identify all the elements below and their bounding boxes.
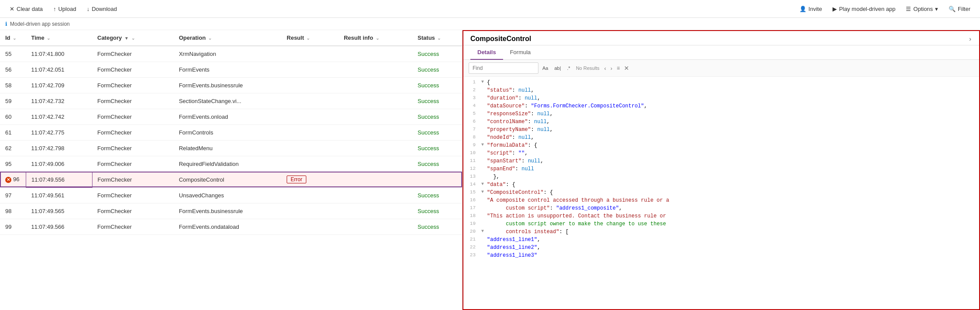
table-row[interactable]: ✕9611:07:49.556FormCheckerCompositeContr… (0, 172, 462, 187)
find-no-results: No Results (576, 65, 600, 71)
col-header-result[interactable]: Result ⌄ (281, 30, 339, 46)
code-line: 2"status": null, (463, 86, 979, 94)
col-header-status[interactable]: Status ⌄ (412, 30, 462, 46)
code-line: 16"A composite control accessed through … (463, 196, 979, 204)
col-header-category[interactable]: Category ▼ ⌄ (92, 30, 174, 46)
code-line: 20▼ controls instead": [ (463, 228, 979, 236)
col-header-id[interactable]: Id ⌄ (0, 30, 26, 46)
play-button[interactable]: ▶ Play model-driven app (828, 4, 900, 14)
right-panel: CompositeControl › Details Formula Aa ab… (463, 30, 980, 310)
right-panel-header: CompositeControl › (463, 31, 979, 45)
table-row[interactable]: 5611:07:42.051FormCheckerFormEventsSucce… (0, 62, 462, 77)
upload-button[interactable]: ↑ Upload (49, 4, 81, 14)
options-label: Options (913, 6, 933, 12)
table-row[interactable]: 6211:07:42.798FormCheckerRelatedMenuSucc… (0, 140, 462, 156)
filter-icon: 🔍 (949, 6, 956, 12)
code-line: 5"responseSize": null, (463, 110, 979, 118)
filter-label: Filter (958, 6, 970, 12)
code-line: 7"propertyName": null, (463, 126, 979, 134)
table-row[interactable]: 5911:07:42.732FormCheckerSectionStateCha… (0, 93, 462, 109)
find-next-button[interactable]: › (609, 65, 613, 72)
clear-icon: ✕ (10, 6, 14, 12)
col-header-resultinfo[interactable]: Result info ⌄ (339, 30, 412, 46)
table-row[interactable]: 5511:07:41.800FormCheckerXrmNavigationSu… (0, 46, 462, 62)
code-line: 6"controlName": null, (463, 118, 979, 126)
code-line: 17 custom script": "address1_composite", (463, 204, 979, 212)
find-wrap-button[interactable]: ≡ (615, 65, 621, 71)
find-prev-button[interactable]: ‹ (603, 65, 607, 72)
code-line: 22"address1_line2", (463, 244, 979, 251)
table-panel: Id ⌄ Time ⌄ Category ▼ ⌄ Operation ⌄ (0, 30, 463, 310)
table-row[interactable]: 6111:07:42.775FormCheckerFormControlsSuc… (0, 124, 462, 140)
session-bar: ℹ Model-driven app session (0, 18, 980, 30)
collapse-icon[interactable]: ▼ (479, 189, 486, 195)
toolbar: ✕ Clear data ↑ Upload ↓ Download 👤 Invit… (0, 0, 980, 18)
error-dot-icon: ✕ (5, 177, 11, 183)
download-button[interactable]: ↓ Download (82, 4, 121, 14)
code-area: 1▼{2"status": null,3"duration": null,4"d… (463, 77, 979, 309)
code-line: 21"address1_line1", (463, 236, 979, 244)
tab-details[interactable]: Details (470, 45, 503, 60)
code-line: 4"dataSource": "Forms.FormChecker.Compos… (463, 102, 979, 110)
find-close-button[interactable]: ✕ (623, 65, 630, 72)
options-icon: ☰ (906, 6, 911, 12)
info-icon: ℹ (5, 21, 7, 27)
collapse-icon[interactable]: ▼ (479, 79, 486, 85)
table-row[interactable]: 9811:07:49.565FormCheckerFormEvents.busi… (0, 203, 462, 219)
invite-label: Invite (809, 6, 822, 12)
right-panel-title: CompositeControl (470, 35, 531, 43)
find-bar: Aa ab| .* No Results ‹ › ≡ ✕ (463, 60, 979, 77)
sort-icon-time: ⌄ (47, 36, 50, 41)
upload-label: Upload (58, 6, 76, 12)
collapse-icon[interactable]: ▼ (479, 141, 486, 148)
tab-formula[interactable]: Formula (503, 45, 538, 60)
download-label: Download (92, 6, 117, 12)
col-header-operation[interactable]: Operation ⌄ (174, 30, 281, 46)
code-line: 13 }, (463, 173, 979, 181)
code-line: 14▼"data": { (463, 181, 979, 189)
filter-button[interactable]: 🔍 Filter (944, 4, 975, 14)
sort-icon-operation: ⌄ (208, 36, 212, 41)
case-sensitive-button[interactable]: Aa (540, 64, 550, 72)
code-line: 23"address1_line3" (463, 251, 979, 259)
top-right-actions: 👤 Invite ▶ Play model-driven app ☰ Optio… (790, 0, 980, 18)
table-row[interactable]: 9911:07:49.566FormCheckerFormEvents.onda… (0, 219, 462, 234)
options-button[interactable]: ☰ Options ▾ (901, 4, 942, 14)
table-header-row: Id ⌄ Time ⌄ Category ▼ ⌄ Operation ⌄ (0, 30, 462, 46)
code-line: 18"This action is unsupported. Contact t… (463, 212, 979, 220)
play-label: Play model-driven app (839, 6, 895, 12)
sort-icon-status: ⌄ (437, 36, 441, 41)
code-line: 15▼"CompositeControl": { (463, 189, 979, 196)
code-line: 12"spanEnd": null (463, 165, 979, 173)
code-line: 10"script": "", (463, 149, 979, 157)
find-input[interactable] (469, 62, 538, 74)
download-icon: ↓ (87, 6, 90, 12)
table-body: 5511:07:41.800FormCheckerXrmNavigationSu… (0, 46, 462, 234)
upload-icon: ↑ (53, 6, 56, 12)
collapse-icon[interactable]: ▼ (479, 228, 486, 234)
error-badge: Error (287, 176, 306, 183)
play-icon: ▶ (833, 6, 837, 12)
collapse-icon[interactable]: ▼ (479, 181, 486, 187)
table-row[interactable]: 5811:07:42.709FormCheckerFormEvents.busi… (0, 77, 462, 93)
sort-icon-id: ⌄ (13, 36, 16, 41)
code-line: 8"nodeId": null, (463, 134, 979, 141)
main-layout: Id ⌄ Time ⌄ Category ▼ ⌄ Operation ⌄ (0, 30, 980, 310)
table-row[interactable]: 6011:07:42.742FormCheckerFormEvents.onlo… (0, 109, 462, 124)
code-line: 9▼"formulaData": { (463, 141, 979, 149)
clear-data-button[interactable]: ✕ Clear data (5, 4, 47, 14)
table-row[interactable]: 9511:07:49.006FormCheckerRequiredFieldVa… (0, 156, 462, 172)
data-table: Id ⌄ Time ⌄ Category ▼ ⌄ Operation ⌄ (0, 30, 462, 235)
whole-word-button[interactable]: ab| (552, 64, 563, 72)
col-header-time[interactable]: Time ⌄ (26, 30, 92, 46)
regex-button[interactable]: .* (565, 64, 572, 72)
expand-button[interactable]: › (966, 34, 974, 43)
sort-icon-category: ⌄ (131, 36, 135, 41)
tabs: Details Formula (463, 45, 979, 60)
filter-icon-category: ▼ (124, 36, 129, 41)
invite-button[interactable]: 👤 Invite (795, 4, 826, 14)
table-row[interactable]: 9711:07:49.561FormCheckerUnsavedChangesS… (0, 187, 462, 203)
clear-data-label: Clear data (17, 6, 43, 12)
options-chevron-icon: ▾ (935, 6, 938, 12)
code-line: 1▼{ (463, 79, 979, 86)
